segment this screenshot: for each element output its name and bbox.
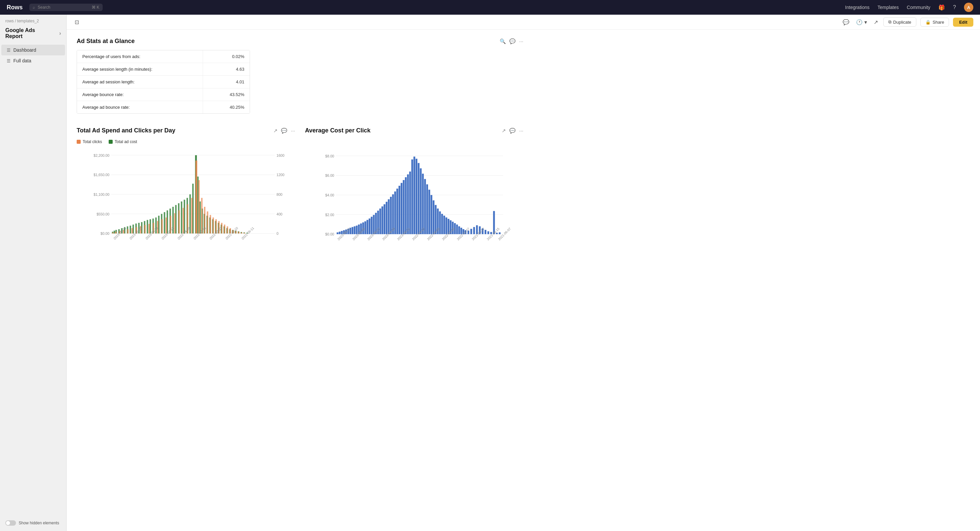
chart1-comment-icon[interactable]: 💬 [281,128,287,134]
more-options-icon[interactable]: ··· [519,38,523,44]
comment-section-icon[interactable]: 💬 [509,38,515,45]
svg-rect-154 [405,177,407,234]
svg-rect-81 [178,210,180,233]
templates-link[interactable]: Templates [877,5,899,10]
svg-rect-178 [456,225,458,234]
comment-icon-button[interactable]: 💬 [842,18,851,27]
svg-text:1600: 1600 [276,153,284,158]
help-icon[interactable]: ? [953,4,956,10]
svg-rect-138 [371,217,372,234]
svg-rect-189 [485,230,486,234]
show-hidden-toggle[interactable] [5,520,16,526]
svg-rect-28 [147,220,148,233]
share-icon: 🔒 [925,20,931,25]
svg-text:$2,200.00: $2,200.00 [94,153,109,158]
stats-row-0: Percentage of users from ads: 0.02% [77,50,250,63]
svg-rect-122 [337,233,338,234]
chart1-chart-icon[interactable]: ↗ [273,128,278,134]
chart1-more-icon[interactable]: ··· [291,128,295,134]
svg-rect-194 [499,233,500,234]
svg-rect-86 [198,180,200,233]
page-icon: ☰ [7,48,11,53]
community-link[interactable]: Community [907,5,930,10]
svg-rect-162 [422,174,424,234]
svg-rect-90 [210,215,211,233]
svg-rect-179 [458,226,460,234]
chart2-container: $8.00 $6.00 $4.00 $2.00 $0.00 [305,149,523,255]
stats-row-3: Average bounce rate: 43.52% [77,88,250,101]
nav-right: Integrations Templates Community 🎁 ? A [845,3,973,12]
svg-text:$4.00: $4.00 [325,193,334,197]
svg-rect-96 [227,226,228,233]
sidebar-item-dashboard[interactable]: ☰ Dashboard [2,45,65,55]
svg-rect-136 [367,220,368,234]
svg-rect-164 [426,185,428,234]
svg-rect-161 [420,169,422,234]
svg-rect-70 [131,228,133,233]
svg-text:$8.00: $8.00 [325,154,334,158]
chart2-svg: $8.00 $6.00 $4.00 $2.00 $0.00 [305,149,523,255]
user-avatar[interactable]: A [964,3,973,12]
edit-button[interactable]: Edit [953,18,973,27]
toggle-thumb [6,521,10,525]
sidebar-title: Google Ads Report › [0,26,66,45]
svg-rect-160 [418,163,419,234]
legend-clicks-label: Total clicks [83,139,102,144]
chevron-down-icon[interactable]: › [59,30,61,37]
breadcrumb-root[interactable]: rows [5,19,14,23]
charts-row: Total Ad Spend and Clicks per Day ↗ 💬 ··… [77,127,523,255]
toggle-sidebar-button[interactable]: ⊡ [73,18,80,27]
svg-rect-157 [411,159,413,234]
integrations-link[interactable]: Integrations [845,5,869,10]
sidebar-item-full-data[interactable]: ☰ Full data [2,55,65,66]
gift-icon[interactable]: 🎁 [938,4,945,11]
svg-rect-156 [409,171,411,234]
stats-row-1: Average session length (in minutes): 4.6… [77,63,250,76]
brand-logo[interactable]: Rows [7,4,23,11]
stats-row-2: Average ad session length: 4.01 [77,76,250,88]
top-nav: Rows ⌕ Search ⌘ K Integrations Templates… [0,0,980,15]
chart2-more-icon[interactable]: ··· [519,128,523,134]
share-button[interactable]: 🔒 Share [920,18,949,27]
svg-rect-123 [339,232,340,234]
svg-rect-16 [114,230,115,233]
chart1-section: Total Ad Spend and Clicks per Day ↗ 💬 ··… [77,127,295,255]
breadcrumb-child: templates_2 [17,19,39,23]
chart1-header: Total Ad Spend and Clicks per Day ↗ 💬 ··… [77,127,295,134]
svg-rect-65 [112,233,114,233]
chart2-chart-icon[interactable]: ↗ [502,128,506,134]
svg-rect-74 [149,224,150,233]
svg-text:$1,650.00: $1,650.00 [94,173,109,177]
legend-clicks-dot [77,140,81,144]
chart1-svg: $2,200.00 $1,650.00 $1,100.00 $550.00 $0… [77,148,295,255]
svg-rect-153 [402,180,404,234]
svg-text:$2.00: $2.00 [325,213,334,217]
svg-text:$550.00: $550.00 [97,212,110,216]
chart2-comment-icon[interactable]: 💬 [509,128,515,134]
svg-rect-172 [443,216,445,234]
search-bar[interactable]: ⌕ Search ⌘ K [29,4,103,11]
search-icon-button[interactable]: 🔍 [500,38,506,45]
chart2-section: Average Cost per Click ↗ 💬 ··· [305,127,523,255]
svg-rect-76 [157,221,158,233]
svg-text:$6.00: $6.00 [325,174,334,177]
svg-text:2021-06-11: 2021-06-11 [241,226,255,240]
chart1-container: $2,200.00 $1,650.00 $1,100.00 $550.00 $0… [77,148,295,255]
content-toolbar: ⊡ 💬 🕐 ▾ ↗ ⧉ Duplicate 🔒 Share Edit [67,15,980,30]
svg-rect-145 [386,202,387,234]
svg-rect-34 [164,212,165,233]
stats-table: Percentage of users from ads: 0.02% Aver… [77,50,250,114]
ad-stats-title: Ad Stats at a Glance [77,38,496,45]
sidebar: rows / templates_2 Google Ads Report › ☰… [0,15,67,531]
history-button[interactable]: 🕐 ▾ [855,18,868,27]
svg-rect-166 [431,195,432,234]
duplicate-button[interactable]: ⧉ Duplicate [883,18,916,27]
chart-icon-button[interactable]: ↗ [872,18,879,27]
duplicate-icon: ⧉ [888,19,891,25]
show-hidden-label: Show hidden elements [19,521,59,525]
svg-rect-129 [352,227,353,234]
legend-cost-label: Total ad cost [115,139,137,144]
svg-rect-143 [381,206,383,234]
svg-rect-101 [241,233,242,233]
page-icon-2: ☰ [7,58,11,63]
